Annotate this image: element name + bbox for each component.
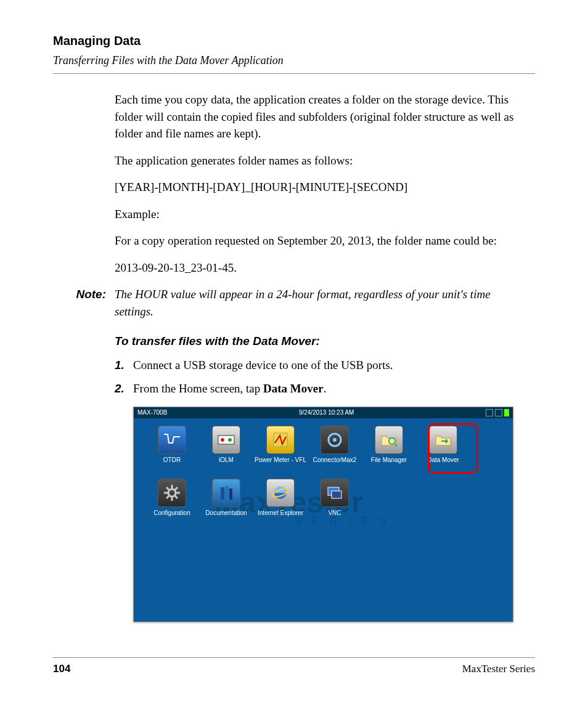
note-block: Note: The HOUR value will appear in a 24…	[53, 286, 535, 320]
svg-point-8	[168, 489, 176, 497]
app-label: VNC	[308, 509, 362, 524]
paragraph: The application generates folder names a…	[115, 152, 529, 169]
footer-rule	[53, 657, 535, 658]
step: 2. From the Home screen, tap Data Mover.	[115, 380, 529, 397]
step-text-suffix: .	[324, 382, 327, 395]
status-bar: MAX-700B 9/24/2013 10:23 AM	[134, 407, 513, 418]
window-icon	[486, 409, 493, 416]
battery-icon	[504, 409, 509, 416]
app-label: ConnectorMax2	[308, 456, 362, 471]
note-label: Note:	[53, 286, 115, 320]
app-otdr[interactable]: OTDR	[145, 426, 199, 471]
app-label: Power Meter - VFL	[253, 456, 308, 471]
device-model: MAX-700B	[137, 408, 167, 418]
app-label: Documentation	[199, 509, 253, 524]
svg-rect-19	[229, 489, 232, 500]
header-rule	[53, 73, 535, 74]
step-text: Connect a USB storage device to one of t…	[133, 357, 529, 374]
app-label: File Manager	[362, 456, 416, 471]
app-vnc[interactable]: VNC	[308, 479, 362, 524]
page-number: 104	[53, 662, 70, 677]
step-text-bold: Data Mover	[263, 382, 324, 395]
procedure-title: To transfer files with the Data Mover:	[115, 333, 529, 350]
app-internet-explorer[interactable]: Internet Explorer	[253, 479, 308, 524]
gear-icon	[158, 479, 186, 507]
file-manager-icon	[375, 426, 403, 454]
folder-name-format: [YEAR]-[MONTH]-[DAY]_[HOUR]-[MINUTE]-[SE…	[115, 179, 529, 196]
svg-rect-17	[221, 487, 224, 500]
svg-rect-18	[225, 486, 229, 500]
step-text: From the Home screen, tap Data Mover.	[133, 380, 529, 397]
home-grid: OTDR iOLM Power Meter - VFL ConnectorMax…	[145, 426, 502, 532]
svg-rect-0	[218, 436, 234, 444]
books-icon	[212, 479, 240, 507]
paragraph: Each time you copy data, the application…	[115, 91, 529, 142]
svg-rect-23	[332, 491, 341, 498]
svg-line-14	[175, 496, 178, 498]
note-text: The HOUR value will appear in a 24-hour …	[115, 286, 529, 320]
iolm-icon	[212, 426, 240, 454]
vnc-icon	[321, 479, 349, 507]
connectormax-icon	[321, 426, 349, 454]
app-label: Data Mover	[416, 456, 470, 471]
step-text-prefix: From the Home screen, tap	[133, 382, 263, 395]
app-file-manager[interactable]: File Manager	[362, 426, 416, 471]
status-datetime: 9/24/2013 10:23 AM	[167, 408, 486, 418]
app-connectormax2[interactable]: ConnectorMax2	[308, 426, 362, 471]
power-meter-icon	[266, 426, 295, 454]
app-data-mover[interactable]: Data Mover	[416, 426, 470, 471]
svg-point-1	[221, 438, 224, 442]
app-label: iOLM	[199, 456, 253, 471]
app-label: OTDR	[145, 456, 199, 471]
data-mover-icon	[429, 426, 457, 454]
step-number: 1.	[115, 357, 133, 374]
paragraph: For a copy operation requested on Septem…	[115, 232, 529, 249]
svg-line-15	[175, 487, 178, 490]
app-label: Configuration	[145, 509, 199, 524]
folder-name-example: 2013-09-20-13_23-01-45.	[115, 259, 529, 277]
section-title: Managing Data	[53, 32, 535, 50]
section-subtitle: Transferring Files with the Data Mover A…	[53, 52, 535, 68]
step-number: 2.	[115, 380, 133, 397]
svg-point-5	[333, 438, 337, 442]
paragraph: Example:	[115, 206, 529, 223]
svg-line-13	[166, 487, 169, 490]
app-power-meter-vfl[interactable]: Power Meter - VFL	[253, 426, 308, 471]
app-configuration[interactable]: Configuration	[145, 479, 199, 524]
series-name: MaxTester Series	[462, 662, 535, 677]
app-iolm[interactable]: iOLM	[199, 426, 253, 471]
app-label: Internet Explorer	[253, 509, 308, 524]
svg-point-2	[228, 438, 232, 442]
step: 1. Connect a USB storage device to one o…	[115, 357, 529, 374]
embedded-screenshot: MAX-700B 9/24/2013 10:23 AM MaxTester S …	[133, 407, 513, 622]
ie-icon	[266, 479, 295, 507]
svg-line-16	[166, 496, 169, 498]
app-documentation[interactable]: Documentation	[199, 479, 253, 524]
status-icons	[486, 409, 509, 416]
brightness-icon	[495, 409, 502, 416]
otdr-icon	[158, 426, 186, 454]
